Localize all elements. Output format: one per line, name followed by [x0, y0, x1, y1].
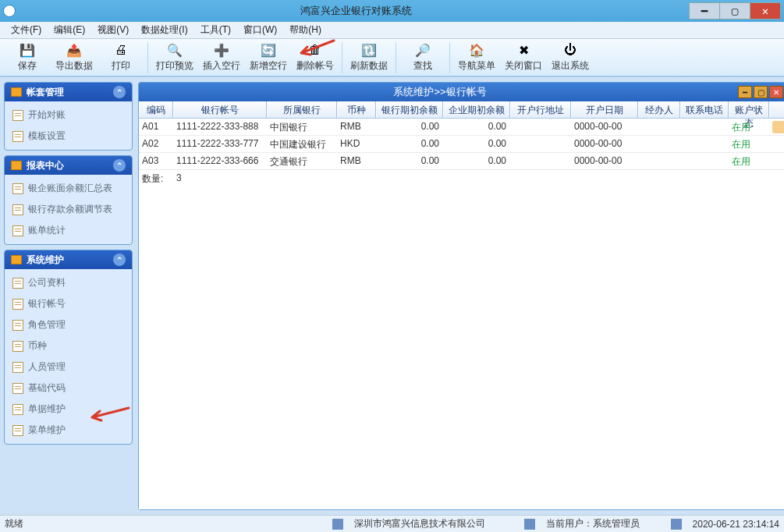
toolbar-label: 查找 — [413, 59, 432, 73]
table-cell: 1111-2222-333-666 — [173, 153, 267, 169]
toolbar-icon: ➕ — [214, 42, 229, 58]
toolbar: 💾保存📤导出数据🖨打印🔍打印预览➕插入空行🔄新增空行🗑删除帐号🔃刷新数据🔎查找🏠… — [0, 39, 784, 76]
toolbar-icon: 🏠 — [469, 42, 484, 58]
table-cell: 中国建设银行 — [267, 136, 337, 152]
menu-item[interactable]: 编辑(E) — [48, 22, 91, 38]
column-header[interactable]: 开户行地址 — [510, 101, 571, 118]
table-cell — [769, 119, 784, 135]
toolbar-label: 打印 — [112, 59, 130, 73]
data-grid[interactable]: 编码银行帐号所属银行币种银行期初余额企业期初余额开户行地址开户日期经办人联系电话… — [139, 101, 784, 509]
statusbar: 就绪 深圳市鸿富兴信息技术有限公司 当前用户：系统管理员 2020-06-21 … — [0, 515, 784, 532]
toolbar-button-打印预览[interactable]: 🔍打印预览 — [152, 41, 197, 75]
toolbar-icon: 🔍 — [167, 42, 183, 58]
menu-item[interactable]: 文件(F) — [5, 22, 48, 38]
column-header[interactable]: 所属银行 — [267, 101, 337, 118]
column-header[interactable]: 联系电话 — [680, 101, 729, 118]
table-cell — [638, 136, 680, 152]
nav-item-银行帐号[interactable]: 银行帐号 — [6, 293, 130, 314]
menu-item[interactable]: 视图(V) — [91, 22, 135, 38]
toolbar-label: 新增空行 — [250, 59, 287, 73]
toolbar-button-插入空行[interactable]: ➕插入空行 — [199, 41, 244, 75]
content-area: 系统维护>>银行帐号 ━ ▢ ✕ 编码银行帐号所属银行币种银行期初余额企业期初余… — [137, 77, 784, 515]
column-header[interactable]: 币种 — [337, 101, 376, 118]
table-cell: 0.00 — [443, 119, 510, 135]
nav-item-label: 银企账面余额汇总表 — [28, 182, 112, 195]
doc-maximize-button[interactable]: ▢ — [754, 86, 768, 98]
column-header[interactable]: 企业期初余额 — [443, 101, 510, 118]
column-header[interactable]: 账户状态 — [729, 101, 769, 118]
panel-header-sys[interactable]: 系统维护 ⌃ — [5, 250, 132, 269]
toolbar-label: 刷新数据 — [350, 59, 388, 73]
collapse-icon[interactable]: ⌃ — [113, 159, 126, 172]
nav-item-label: 币种 — [28, 339, 47, 353]
menu-item[interactable]: 窗口(W) — [237, 22, 283, 38]
table-row[interactable]: A011111-2222-333-888中国银行RMB0.000.000000-… — [139, 119, 784, 136]
table-cell — [638, 153, 680, 169]
table-cell: 0.00 — [376, 119, 443, 135]
column-header[interactable]: 银行帐号 — [173, 101, 267, 118]
panel-title: 帐套管理 — [27, 86, 64, 99]
toolbar-button-刷新数据[interactable]: 🔃刷新数据 — [346, 41, 392, 75]
document-icon — [12, 131, 23, 142]
toolbar-button-新增空行[interactable]: 🔄新增空行 — [246, 41, 291, 75]
nav-item-label: 银行帐号 — [28, 297, 66, 310]
minimize-button[interactable]: ━ — [689, 2, 720, 20]
panel-account-mgmt: 帐套管理 ⌃ 开始对账模板设置 — [4, 82, 133, 151]
toolbar-button-关闭窗口[interactable]: ✖关闭窗口 — [501, 41, 546, 75]
nav-item-单据维护[interactable]: 单据维护 — [6, 399, 130, 420]
nav-item-label: 模板设置 — [28, 129, 66, 143]
nav-item-公司资料[interactable]: 公司资料 — [6, 272, 130, 293]
table-row[interactable]: A031111-2222-333-666交通银行RMB0.000.000000-… — [139, 153, 784, 170]
nav-item-银行存款余额调节表[interactable]: 银行存款余额调节表 — [6, 199, 130, 220]
maximize-button[interactable]: ▢ — [719, 2, 750, 20]
clock-icon — [671, 519, 682, 530]
nav-item-label: 基础代码 — [28, 381, 66, 395]
toolbar-button-打印[interactable]: 🖨打印 — [98, 41, 144, 75]
collapse-icon[interactable]: ⌃ — [113, 86, 126, 98]
column-header[interactable]: 银行期初余额 — [376, 101, 443, 118]
panel-header-account[interactable]: 帐套管理 ⌃ — [5, 83, 132, 101]
toolbar-button-查找[interactable]: 🔎查找 — [400, 41, 445, 75]
collapse-icon[interactable]: ⌃ — [113, 254, 126, 266]
grid-icon — [11, 255, 22, 264]
column-header[interactable]: 经办人 — [638, 101, 680, 118]
document-icon — [12, 225, 23, 236]
table-cell: 0.00 — [376, 136, 443, 152]
main-area: 帐套管理 ⌃ 开始对账模板设置 报表中心 ⌃ 银企账面余额汇总表银行存款余额调节… — [0, 76, 784, 515]
document-icon — [12, 362, 23, 373]
column-header[interactable]: 编码 — [139, 101, 173, 118]
menu-item[interactable]: 工具(T) — [194, 22, 237, 38]
doc-minimize-button[interactable]: ━ — [738, 86, 752, 98]
table-cell — [769, 153, 784, 169]
menu-item[interactable]: 数据处理(I) — [135, 22, 193, 38]
panel-header-report[interactable]: 报表中心 ⌃ — [5, 156, 132, 175]
table-cell: 0.00 — [443, 136, 510, 152]
nav-item-菜单维护[interactable]: 菜单维护 — [6, 420, 130, 441]
nav-item-账单统计[interactable]: 账单统计 — [6, 220, 130, 241]
user-icon[interactable] — [772, 121, 784, 133]
menu-item[interactable]: 帮助(H) — [283, 22, 328, 38]
nav-item-人员管理[interactable]: 人员管理 — [6, 356, 130, 378]
toolbar-button-导出数据[interactable]: 📤导出数据 — [51, 41, 97, 75]
table-row[interactable]: A021111-2222-333-777中国建设银行HKD0.000.00000… — [139, 136, 784, 153]
toolbar-button-退出系统[interactable]: ⏻退出系统 — [548, 41, 593, 75]
column-header[interactable] — [769, 101, 784, 118]
nav-item-开始对账[interactable]: 开始对账 — [6, 105, 130, 126]
nav-item-币种[interactable]: 币种 — [6, 335, 130, 356]
doc-close-button[interactable]: ✕ — [769, 86, 783, 98]
nav-item-模板设置[interactable]: 模板设置 — [6, 126, 130, 147]
panel-title: 系统维护 — [27, 254, 64, 267]
table-cell: HKD — [337, 136, 376, 152]
nav-item-银企账面余额汇总表[interactable]: 银企账面余额汇总表 — [6, 178, 130, 199]
column-header[interactable]: 开户日期 — [571, 101, 638, 118]
toolbar-button-删除帐号[interactable]: 🗑删除帐号 — [293, 41, 338, 75]
table-cell: 0000-00-00 — [571, 119, 638, 135]
document-icon — [12, 425, 23, 436]
toolbar-icon: 🔃 — [361, 42, 377, 58]
nav-item-基础代码[interactable]: 基础代码 — [6, 378, 130, 399]
toolbar-icon: ⏻ — [562, 42, 578, 58]
close-button[interactable]: ✕ — [750, 2, 781, 20]
toolbar-button-导航菜单[interactable]: 🏠导航菜单 — [454, 41, 499, 75]
toolbar-button-保存[interactable]: 💾保存 — [5, 41, 50, 75]
nav-item-角色管理[interactable]: 角色管理 — [6, 314, 130, 335]
